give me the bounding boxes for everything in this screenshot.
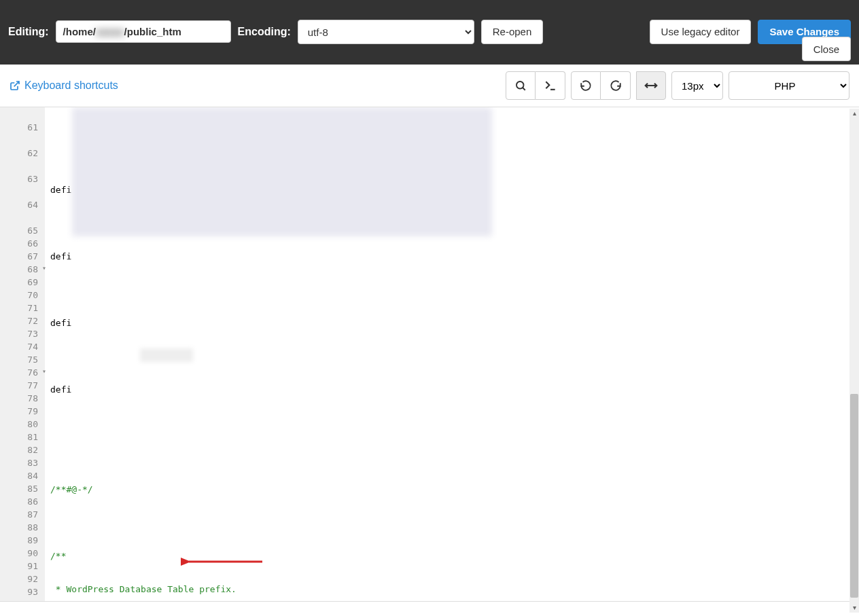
close-button[interactable]: Close [802,37,851,61]
font-size-select[interactable]: 13px [671,71,723,100]
redacted-inline [140,348,193,362]
editor-toolbar: Keyboard shortcuts 13px PHP [0,65,859,107]
line-number: 62 [0,148,45,161]
file-path-input[interactable]: /home/xxxxx/public_htm [56,20,231,43]
top-bar: Editing: /home/xxxxx/public_htm Encoding… [0,0,859,65]
line-number: 91 [0,561,45,574]
console-button[interactable] [536,71,565,100]
undo-icon [580,79,592,92]
line-number: 81 [0,432,45,445]
line-number: 77 [0,380,45,393]
line-number: 90 [0,548,45,561]
line-number-gutter: 6162636465666768697071727374757677787980… [0,107,45,601]
language-select[interactable]: PHP [729,71,849,100]
encoding-label: Encoding: [238,26,291,38]
line-number: 65 [0,225,45,238]
line-number: 61 [0,122,45,135]
redo-icon [610,79,622,92]
line-number: 92 [0,574,45,587]
line-number: 83 [0,458,45,471]
line-number: 80 [0,419,45,432]
line-number: 73 [0,329,45,342]
encoding-select[interactable]: utf-8 [298,20,474,44]
line-number: 82 [0,445,45,458]
line-number: 84 [0,471,45,484]
svg-line-2 [523,88,525,90]
svg-point-1 [516,81,524,89]
line-number: 79 [0,406,45,419]
redacted-block [72,107,492,236]
editing-label: Editing: [8,26,49,38]
wrap-toggle-button[interactable] [636,71,666,100]
line-number: 87 [0,509,45,522]
vertical-scrollbar[interactable]: ▴ ▾ [849,109,859,613]
line-number: 66 [0,238,45,251]
svg-line-0 [14,81,19,86]
line-number: 68 [0,264,45,277]
editor-container: 6162636465666768697071727374757677787980… [0,107,859,602]
scroll-thumb[interactable] [850,394,858,598]
line-number: 64 [0,200,45,213]
line-number: 93 [0,587,45,600]
wrap-icon [644,81,658,90]
line-number: 71 [0,303,45,316]
line-number: 69 [0,277,45,290]
redo-button[interactable] [601,71,631,100]
terminal-icon [544,79,557,92]
line-number: 76 [0,367,45,380]
undo-redo-group [571,71,631,100]
keyboard-shortcuts-link[interactable]: Keyboard shortcuts [10,79,118,92]
external-link-icon [10,80,20,91]
search-button[interactable] [506,71,536,100]
line-number: 86 [0,496,45,509]
reopen-button[interactable]: Re-open [481,20,544,44]
line-number: 72 [0,316,45,329]
line-number: 75 [0,355,45,367]
line-number: 88 [0,522,45,535]
line-number: 70 [0,290,45,303]
line-number: 85 [0,484,45,496]
line-number: 89 [0,535,45,548]
line-number: 67 [0,251,45,264]
line-number: 63 [0,174,45,187]
line-number: 78 [0,393,45,406]
scroll-down-arrow[interactable]: ▾ [849,603,859,613]
search-console-group [506,71,565,100]
line-number: 74 [0,342,45,355]
code-area[interactable]: defi defi defi defi /**#@-*/ /** * WordP… [45,107,859,601]
wrap-group [636,71,666,100]
search-icon [514,79,527,92]
scroll-up-arrow[interactable]: ▴ [849,109,859,118]
undo-button[interactable] [571,71,601,100]
legacy-editor-button[interactable]: Use legacy editor [650,20,752,44]
